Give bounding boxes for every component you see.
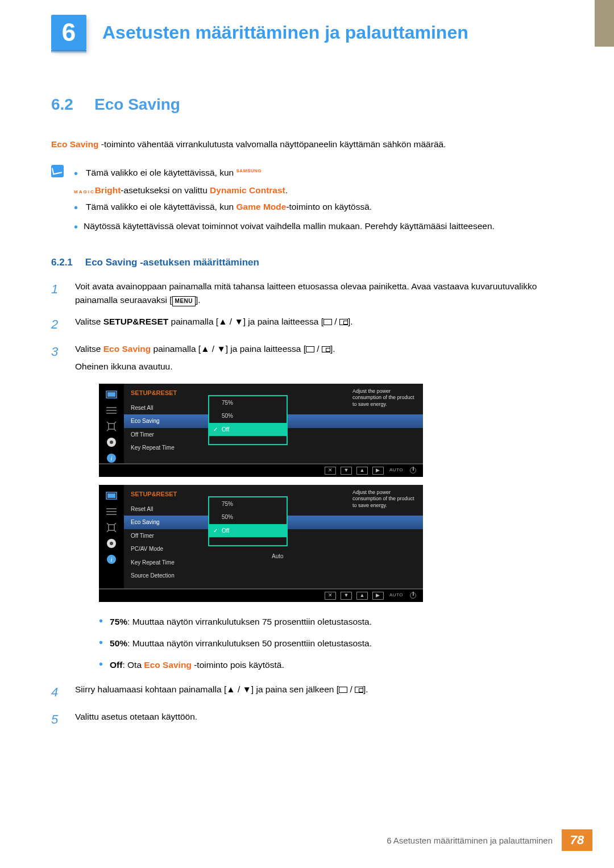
osd-tooltip: Adjust the power consumption of the prod… — [352, 489, 418, 509]
footer-chapter-label: 6 Asetusten määrittäminen ja palauttamin… — [387, 836, 562, 845]
osd-source-value: Auto — [272, 552, 284, 561]
osd-nav-bar: ✕ ▼ ▲ ▶ AUTO — [99, 463, 423, 477]
svg-rect-5 — [109, 423, 114, 429]
svg-rect-11 — [107, 493, 115, 498]
close-icon: ✕ — [325, 467, 336, 475]
gear-icon — [105, 538, 118, 549]
chapter-number-badge: 6 — [51, 15, 86, 50]
info-icon: i — [105, 453, 118, 463]
osd-option: 50% — [209, 409, 287, 423]
screen-inset-icon — [339, 319, 348, 325]
osd-submenu: 75% 50% Off — [208, 395, 288, 445]
subsection-title: Eco Saving -asetuksen määrittäminen — [85, 257, 259, 268]
note-item: Tämä valikko ei ole käytettävissä, kun S… — [74, 164, 495, 198]
section-title: Eco Saving — [94, 95, 180, 114]
osd-menu-item: Source Detection — [124, 569, 423, 583]
svg-text:i: i — [110, 455, 112, 462]
section-number: 6.2 — [51, 95, 80, 114]
osd-option: 75% — [209, 497, 287, 511]
page-content: 6.2 Eco Saving Eco Saving -toiminto vähe… — [0, 50, 614, 729]
note-block: Tämä valikko ei ole käytettävissä, kun S… — [51, 164, 563, 236]
osd-option-selected: Off — [209, 524, 287, 538]
osd-option-selected: Off — [209, 423, 287, 437]
picture-icon — [105, 389, 118, 400]
list-icon — [105, 506, 118, 517]
screen-icon — [339, 687, 347, 693]
step: 1 Voit avata avainoppaan painamalla mitä… — [51, 280, 563, 307]
note-item: Näytössä käytettävissä olevat toiminnot … — [74, 217, 495, 236]
resize-icon — [105, 522, 118, 533]
page-footer: 6 Asetusten määrittäminen ja palauttamin… — [387, 829, 592, 851]
resize-icon — [105, 421, 118, 431]
auto-label: AUTO — [389, 467, 403, 474]
note-list: Tämä valikko ei ole käytettävissä, kun S… — [74, 164, 495, 236]
step-number: 2 — [51, 315, 61, 334]
step: 4 Siirry haluamaasi kohtaan painamalla [… — [51, 683, 563, 702]
svg-rect-1 — [107, 392, 115, 397]
right-icon: ▶ — [372, 592, 384, 600]
intro-highlight: Eco Saving — [51, 139, 99, 149]
option-desc: 50%: Muuttaa näytön virrankulutuksen 50 … — [99, 632, 563, 653]
step: 3 Valitse Eco Saving painamalla [▲ / ▼] … — [51, 342, 563, 674]
option-descriptions: 75%: Muuttaa näytön virrankulutuksen 75 … — [99, 610, 563, 675]
subsection-number: 6.2.1 — [51, 257, 73, 268]
info-icon: i — [105, 554, 118, 564]
option-desc: 75%: Muuttaa näytön virrankulutuksen 75 … — [99, 610, 563, 632]
picture-icon — [105, 491, 118, 501]
option-desc: Off: Ota Eco Saving -toiminto pois käytö… — [99, 653, 563, 675]
up-icon: ▲ — [356, 592, 368, 600]
step-body: Valitse Eco Saving painamalla [▲ / ▼] ja… — [75, 342, 563, 674]
screen-inset-icon — [355, 687, 363, 693]
side-accent-bar — [595, 0, 614, 47]
osd-panel-2: i SETUP&RESET Reset All Eco Saving Off T… — [99, 485, 423, 602]
close-icon: ✕ — [325, 592, 336, 600]
right-icon: ▶ — [372, 467, 384, 475]
down-icon: ▼ — [341, 592, 352, 600]
screen-icon — [306, 346, 314, 352]
down-icon: ▼ — [341, 467, 352, 475]
step-body: Valittu asetus otetaan käyttöön. — [75, 710, 563, 729]
power-icon — [410, 592, 416, 599]
subsection-heading: 6.2.1 Eco Saving -asetuksen määrittämine… — [51, 257, 563, 268]
note-icon — [51, 165, 64, 177]
osd-panel-1: i SETUP&RESET Reset All Eco Saving Off T… — [99, 384, 423, 477]
step: 5 Valittu asetus otetaan käyttöön. — [51, 710, 563, 729]
step-body: Valitse SETUP&RESET painamalla [▲ / ▼] j… — [75, 315, 563, 334]
manual-page: 6 Asetusten määrittäminen ja palauttamin… — [0, 0, 614, 868]
osd-tooltip: Adjust the power consumption of the prod… — [352, 388, 418, 408]
list-icon — [105, 405, 118, 416]
svg-point-7 — [110, 441, 113, 444]
osd-sidebar: i — [99, 485, 124, 588]
menu-key-icon: MENU — [172, 296, 196, 306]
osd-screenshots: i SETUP&RESET Reset All Eco Saving Off T… — [99, 384, 563, 602]
power-icon — [410, 467, 416, 474]
screen-inset-icon — [322, 346, 330, 352]
page-header: 6 Asetusten määrittäminen ja palauttamin… — [0, 0, 614, 50]
step-list: 1 Voit avata avainoppaan painamalla mitä… — [51, 280, 563, 729]
step-number: 3 — [51, 342, 61, 674]
step-body: Siirry haluamaasi kohtaan painamalla [▲ … — [75, 683, 563, 702]
osd-submenu: 75% 50% Off — [208, 496, 288, 546]
svg-text:i: i — [110, 556, 112, 563]
step-number: 1 — [51, 280, 61, 307]
osd-option: 50% — [209, 510, 287, 524]
step-body: Voit avata avainoppaan painamalla mitä t… — [75, 280, 563, 307]
svg-point-17 — [110, 542, 113, 545]
chapter-title: Asetusten määrittäminen ja palauttaminen — [102, 22, 468, 43]
gear-icon — [105, 437, 118, 447]
note-item: Tämä valikko ei ole käytettävissä, kun G… — [74, 198, 495, 217]
step: 2 Valitse SETUP&RESET painamalla [▲ / ▼]… — [51, 315, 563, 334]
step-number: 4 — [51, 683, 61, 702]
section-heading: 6.2 Eco Saving — [51, 95, 563, 114]
step-number: 5 — [51, 710, 61, 729]
screen-icon — [323, 319, 332, 325]
page-number: 78 — [562, 829, 592, 851]
svg-rect-15 — [109, 525, 114, 530]
osd-sidebar: i — [99, 384, 124, 463]
osd-nav-bar: ✕ ▼ ▲ ▶ AUTO — [99, 588, 423, 602]
osd-option: 75% — [209, 396, 287, 410]
up-icon: ▲ — [356, 467, 368, 475]
section-intro: Eco Saving -toiminto vähentää virrankulu… — [51, 138, 563, 151]
auto-label: AUTO — [389, 592, 403, 599]
